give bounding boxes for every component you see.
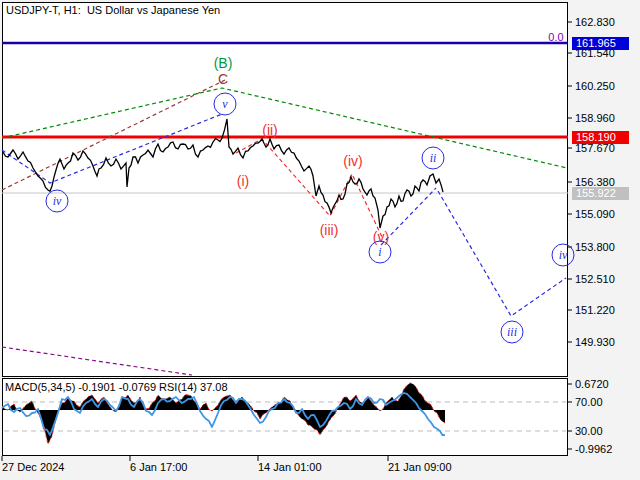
macd-indicator-label: MACD(5,34,5) -0.1901 -0.0769 RSI(14) 37.… (5, 381, 228, 393)
price-level-box: 155.922 (572, 187, 629, 200)
trading-terminal-screen: { "header": { "title": "USDJPY-T, H1: US… (0, 0, 640, 480)
wave-label-red: (ii) (262, 122, 278, 138)
time-axis-label: 6 Jan 17:00 (130, 461, 188, 473)
indicator-axis-label: 70.00 (575, 396, 603, 408)
wave-circle-label: iv (46, 190, 69, 213)
price-axis-label: 156.380 (575, 176, 615, 188)
time-axis-label: 21 Jan 09:00 (388, 461, 452, 473)
price-axis-label: 162.830 (575, 16, 615, 28)
price-axis-label: 151.220 (575, 304, 615, 316)
wave-circle-label: ii (422, 147, 445, 170)
price-axis-label: 155.090 (575, 208, 615, 220)
indicator-axis-label: 30.00 (575, 425, 603, 437)
price-axis-label: 153.800 (575, 241, 615, 253)
wave-label-red: (iv) (343, 153, 362, 169)
price-axis-label: 149.930 (575, 336, 615, 348)
chart-title: USDJPY-T, H1: US Dollar vs Japanese Yen (6, 4, 220, 16)
wave-circle-label: iv (552, 244, 575, 267)
price-axis-label: 161.540 (575, 47, 615, 59)
wave-label-green: (B) (214, 55, 233, 71)
indicator-axis-label: 0.6720 (575, 378, 609, 390)
wave-label-red: (i) (237, 173, 249, 189)
price-axis-label: 157.670 (575, 142, 615, 154)
price-chart-panel[interactable] (2, 2, 568, 377)
wave-label-purple: 0.0 (548, 31, 563, 43)
indicator-axis-label: -0.9962 (575, 443, 612, 455)
price-axis-label: 160.250 (575, 80, 615, 92)
time-axis-label: 27 Dec 2024 (2, 461, 64, 473)
time-axis-label: 14 Jan 01:00 (258, 461, 322, 473)
wave-circle-label: v (214, 93, 237, 116)
price-axis-label: 158.960 (575, 112, 615, 124)
wave-label-red: (iii) (320, 222, 339, 238)
wave-label-maroon: C (218, 71, 228, 87)
price-axis-label: 152.510 (575, 273, 615, 285)
wave-circle-label: iii (501, 321, 524, 344)
wave-circle-label: i (369, 241, 392, 264)
